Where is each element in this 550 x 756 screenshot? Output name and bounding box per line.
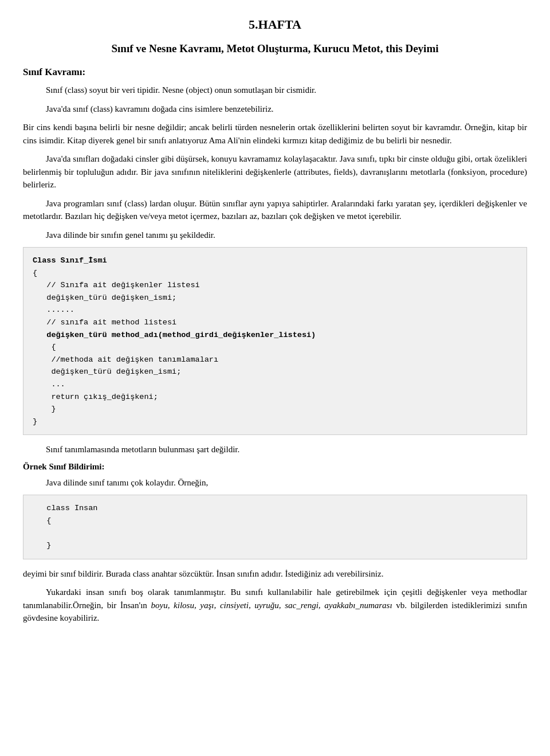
paragraph-2: Java'da sınıf (class) kavramını doğada c… (23, 103, 527, 116)
ornek-after-code-1: deyimi bir sınıf bildirir. Burada class … (23, 567, 527, 581)
sinif-kavrami-section: Sınıf Kavramı: Sınıf (class) soyut bir v… (23, 66, 527, 456)
ornek-after-code-2: Yukardaki insan sınıfı boş olarak tanıml… (23, 586, 527, 625)
page-title: 5.HAFTA (23, 17, 527, 32)
ornek-sinif-heading: Örnek Sınıf Bildirimi: (23, 462, 527, 472)
main-code-block: Class Sınıf_İsmi { // Sınıfa ait değişke… (23, 247, 527, 435)
page-subtitle: Sınıf ve Nesne Kavramı, Metot Oluşturma,… (23, 42, 527, 55)
paragraph-4: Java'da sınıfları doğadaki cinsler gibi … (23, 152, 527, 191)
paragraph-1: Sınıf (class) soyut bir veri tipidir. Ne… (23, 84, 527, 97)
ornek-sinif-section: Örnek Sınıf Bildirimi: Java dilinde sını… (23, 462, 527, 625)
after-code-1: Sınıf tanımlamasında metotların bulunmas… (23, 443, 527, 456)
ornek-paragraph-1: Java dilinde sınıf tanımı çok kolaydır. … (23, 476, 527, 489)
paragraph-5: Java programları sınıf (class) lardan ol… (23, 197, 527, 223)
paragraph-3: Bir cins kendi başına belirli bir nesne … (23, 121, 527, 147)
paragraph-6: Java dilinde bir sınıfın genel tanımı şu… (23, 229, 527, 242)
simple-code-block: class Insan { } (23, 495, 527, 559)
sinif-kavrami-heading: Sınıf Kavramı: (23, 66, 527, 78)
